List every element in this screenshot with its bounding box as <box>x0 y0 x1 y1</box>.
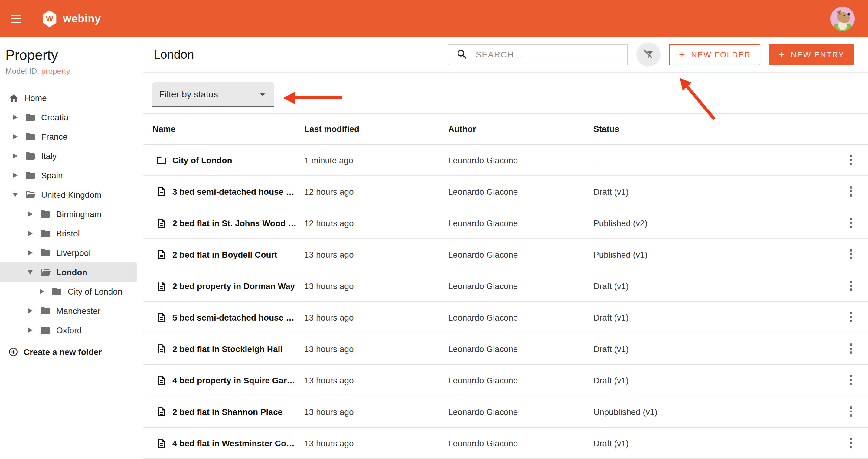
sidebar-folder-spain[interactable]: Spain <box>0 166 143 185</box>
search-input[interactable] <box>474 49 621 60</box>
row-actions-menu-icon[interactable] <box>846 403 856 420</box>
webiny-logo[interactable]: W webiny <box>42 10 101 27</box>
row-actions-menu-icon[interactable] <box>846 246 856 263</box>
folder-label: Oxford <box>56 325 82 335</box>
author-cell: Leonardo Giacone <box>448 281 593 290</box>
caret-icon[interactable] <box>11 173 19 178</box>
folder-nav: Home Croatia France <box>0 88 143 362</box>
model-title: Property <box>5 47 138 63</box>
filter-bar: Filter by status <box>143 72 868 114</box>
folder-icon <box>40 228 51 239</box>
table-row-4-bed-flat-in-westminster-co[interactable]: 4 bed flat in Westminster Co… 13 hours a… <box>143 428 868 459</box>
folder-icon <box>52 286 62 297</box>
author-cell: Leonardo Giacone <box>448 438 593 448</box>
caret-icon[interactable] <box>27 250 34 255</box>
filter-by-status-select[interactable]: Filter by status <box>152 82 274 107</box>
column-header-name: Name <box>152 124 304 134</box>
column-header-author: Author <box>448 124 593 134</box>
row-actions-menu-icon[interactable] <box>846 214 856 231</box>
row-actions-menu-icon[interactable] <box>846 308 856 326</box>
table-row-2-bed-flat-in-st-johns-wood[interactable]: 2 bed flat in St. Johns Wood … 12 hours … <box>143 208 868 239</box>
caret-icon[interactable] <box>27 212 34 216</box>
disable-filters-button[interactable] <box>637 43 661 67</box>
row-type-icon <box>156 186 167 197</box>
folder-icon <box>40 267 51 278</box>
entry-name-link[interactable]: 2 bed property in Dorman Way <box>173 281 295 290</box>
table-row-2-bed-property-in-dorman-way[interactable]: 2 bed property in Dorman Way 13 hours ag… <box>143 270 868 302</box>
last-modified-cell: 1 minute ago <box>304 155 448 165</box>
user-avatar[interactable] <box>831 7 855 31</box>
caret-icon[interactable] <box>11 193 19 197</box>
sidebar-item-home[interactable]: Home <box>0 88 143 108</box>
home-label: Home <box>24 93 47 103</box>
author-cell: Leonardo Giacone <box>448 407 593 416</box>
table-row-2-bed-flat-in-shannon-place[interactable]: 2 bed flat in Shannon Place 13 hours ago… <box>143 396 868 428</box>
entry-name-link[interactable]: City of London <box>173 155 232 165</box>
caret-icon[interactable] <box>38 289 45 294</box>
plus-circle-icon <box>8 347 18 357</box>
entry-name-link[interactable]: 2 bed flat in Shannon Place <box>173 407 282 416</box>
row-actions-menu-icon[interactable] <box>846 340 856 357</box>
folder-label: United Kingdom <box>41 190 101 200</box>
status-cell: Draft (v1) <box>593 375 834 385</box>
row-actions-menu-icon[interactable] <box>846 434 856 452</box>
caret-icon[interactable] <box>11 115 19 120</box>
entry-name-link[interactable]: 3 bed semi-detached house … <box>173 187 294 196</box>
menu-icon[interactable] <box>10 12 25 25</box>
caret-icon[interactable] <box>27 270 34 274</box>
table-row-city-of-london[interactable]: City of London 1 minute ago Leonardo Gia… <box>143 145 868 176</box>
last-modified-cell: 12 hours ago <box>304 218 448 228</box>
last-modified-cell: 13 hours ago <box>304 249 448 259</box>
row-actions-menu-icon[interactable] <box>846 371 856 389</box>
entry-name-link[interactable]: 2 bed flat in St. Johns Wood … <box>173 218 297 228</box>
folder-label: London <box>56 267 87 277</box>
sidebar-folder-bristol[interactable]: Bristol <box>0 224 143 243</box>
row-actions-menu-icon[interactable] <box>846 151 856 169</box>
entry-name-link[interactable]: 2 bed flat in Boydell Court <box>173 249 277 259</box>
entry-name-link[interactable]: 2 bed flat in Stockleigh Hall <box>173 344 282 354</box>
caret-icon[interactable] <box>27 328 34 333</box>
entry-name-link[interactable]: 5 bed semi-detached house … <box>173 312 294 322</box>
model-id-link[interactable]: property <box>41 66 70 75</box>
sidebar-folder-italy[interactable]: Italy <box>0 146 143 166</box>
row-actions-menu-icon[interactable] <box>846 277 856 294</box>
caret-icon[interactable] <box>27 231 34 236</box>
new-folder-label: NEW FOLDER <box>691 50 751 59</box>
last-modified-cell: 12 hours ago <box>304 187 448 196</box>
caret-icon[interactable] <box>27 308 34 313</box>
status-cell: Draft (v1) <box>593 281 834 290</box>
folder-label: Spain <box>41 171 63 180</box>
status-cell: - <box>593 155 834 165</box>
sidebar-folder-croatia[interactable]: Croatia <box>0 108 143 127</box>
table-row-5-bed-semi-detached-house[interactable]: 5 bed semi-detached house … 13 hours ago… <box>143 302 868 333</box>
folder-label: Croatia <box>41 113 68 122</box>
sidebar-folder-birmingham[interactable]: Birmingham <box>0 205 143 224</box>
new-entry-button[interactable]: + NEW ENTRY <box>769 44 854 65</box>
caret-icon[interactable] <box>11 154 19 158</box>
sidebar-folder-liverpool[interactable]: Liverpool <box>0 243 143 263</box>
sidebar-folder-london[interactable]: London <box>0 263 137 282</box>
entry-name-link[interactable]: 4 bed property in Squire Gar… <box>173 375 295 385</box>
author-cell: Leonardo Giacone <box>448 249 593 259</box>
entry-name-link[interactable]: 4 bed flat in Westminster Co… <box>173 438 294 448</box>
table-row-3-bed-semi-detached-house[interactable]: 3 bed semi-detached house … 12 hours ago… <box>143 176 868 208</box>
caret-icon[interactable] <box>11 134 19 139</box>
sidebar-folder-city-of-london[interactable]: City of London <box>0 282 143 301</box>
folder-icon <box>25 131 36 142</box>
create-new-folder-button[interactable]: Create a new folder <box>0 342 143 362</box>
sidebar-folder-manchester[interactable]: Manchester <box>0 301 143 320</box>
sidebar-folder-france[interactable]: France <box>0 127 143 146</box>
row-type-icon <box>156 375 167 386</box>
sidebar-folder-oxford[interactable]: Oxford <box>0 320 143 340</box>
table-row-2-bed-flat-in-boydell-court[interactable]: 2 bed flat in Boydell Court 13 hours ago… <box>143 239 868 270</box>
new-folder-button[interactable]: + NEW FOLDER <box>669 44 761 65</box>
sidebar-folder-united-kingdom[interactable]: United Kingdom <box>0 185 143 205</box>
author-cell: Leonardo Giacone <box>448 375 593 385</box>
row-actions-menu-icon[interactable] <box>846 183 856 200</box>
author-cell: Leonardo Giacone <box>448 312 593 322</box>
status-cell: Published (v1) <box>593 249 834 259</box>
author-cell: Leonardo Giacone <box>448 155 593 165</box>
table-row-4-bed-property-in-squire-gar[interactable]: 4 bed property in Squire Gar… 13 hours a… <box>143 365 868 396</box>
plus-icon: + <box>779 50 785 60</box>
table-row-2-bed-flat-in-stockleigh-hall[interactable]: 2 bed flat in Stockleigh Hall 13 hours a… <box>143 333 868 365</box>
